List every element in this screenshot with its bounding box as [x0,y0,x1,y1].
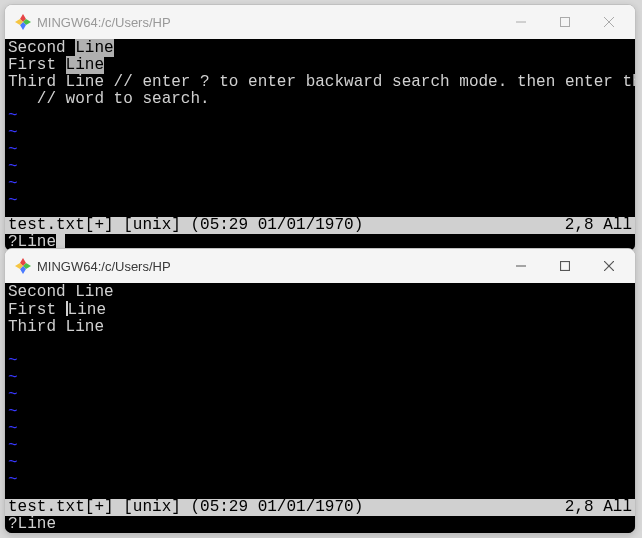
search-match: Line [75,39,113,57]
empty-line-tilde: ~ [8,472,632,489]
close-button[interactable] [587,7,631,37]
command-line[interactable]: ?Line [5,516,635,533]
status-cursor-pos: 2,8 All [565,217,632,234]
search-match-current: Line [66,56,104,74]
empty-line-tilde: ~ [8,108,632,125]
status-file-info: test.txt[+] [unix] (05:29 01/01/1970) [8,499,363,516]
svg-rect-13 [561,262,570,271]
maximize-button[interactable] [543,251,587,281]
empty-line-tilde: ~ [8,176,632,193]
text-line: Third Line [8,319,632,336]
text-line: // word to search. [8,91,632,108]
empty-line-tilde: ~ [8,193,632,210]
text-line: First Line [8,301,632,319]
maximize-button[interactable] [543,7,587,37]
empty-line-tilde: ~ [8,159,632,176]
empty-line-tilde: ~ [8,125,632,142]
text-line: Second Line [8,284,632,301]
titlebar[interactable]: MINGW64:/c/Users/HP [5,5,635,39]
app-icon [15,14,31,30]
empty-line-tilde: ~ [8,455,632,472]
terminal-window-2: MINGW64:/c/Users/HP Second Line First Li… [4,248,636,534]
empty-line-tilde: ~ [8,142,632,159]
terminal-body[interactable]: Second Line First Line Third Line ~ ~ ~ … [5,283,635,533]
minimize-button[interactable] [499,7,543,37]
window-title: MINGW64:/c/Users/HP [37,259,171,274]
text-line: First Line [8,57,632,74]
window-title: MINGW64:/c/Users/HP [37,15,171,30]
empty-line-tilde: ~ [8,387,632,404]
svg-rect-5 [561,18,570,27]
text-line: Third Line // enter ? to enter backward … [8,74,632,91]
editor-content[interactable]: Second Line First Line Third Line // ent… [5,39,635,217]
empty-line-tilde: ~ [8,404,632,421]
editor-content[interactable]: Second Line First Line Third Line ~ ~ ~ … [5,283,635,499]
terminal-body[interactable]: Second Line First Line Third Line // ent… [5,39,635,251]
empty-line-tilde: ~ [8,353,632,370]
close-button[interactable] [587,251,631,281]
status-file-info: test.txt[+] [unix] (05:29 01/01/1970) [8,217,363,234]
search-command: ?Line [8,515,56,533]
status-cursor-pos: 2,8 All [565,499,632,516]
status-line: test.txt[+] [unix] (05:29 01/01/1970) 2,… [5,499,635,516]
empty-line-tilde: ~ [8,438,632,455]
terminal-window-1: MINGW64:/c/Users/HP Second Line First Li… [4,4,636,252]
text-line: Second Line [8,40,632,57]
app-icon [15,258,31,274]
minimize-button[interactable] [499,251,543,281]
empty-line-tilde: ~ [8,421,632,438]
status-line: test.txt[+] [unix] (05:29 01/01/1970) 2,… [5,217,635,234]
empty-line-tilde: ~ [8,370,632,387]
titlebar[interactable]: MINGW64:/c/Users/HP [5,249,635,283]
